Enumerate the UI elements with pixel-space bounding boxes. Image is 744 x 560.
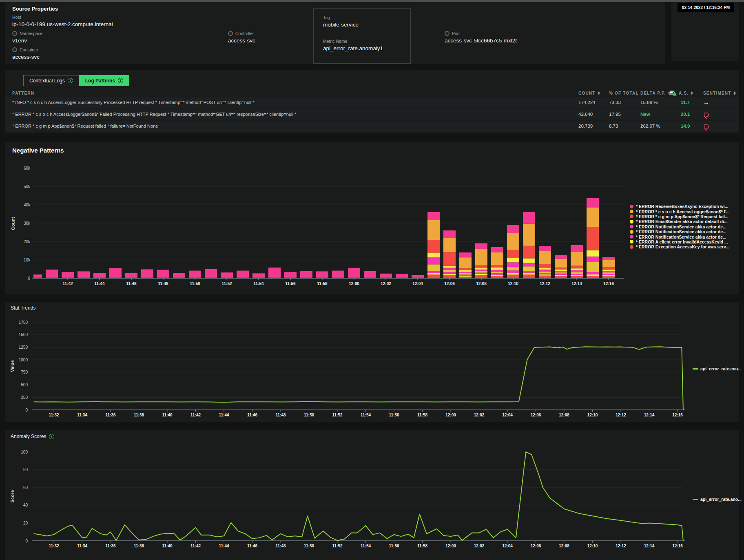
bar-segment (555, 272, 567, 274)
container-field: Container access-svc (12, 47, 40, 60)
bar-stack[interactable] (332, 271, 344, 278)
bar-stack[interactable] (173, 273, 185, 278)
legend-label: * ERROR * c g m p App$anon$* Request fai… (636, 214, 728, 219)
column-sentiment[interactable]: SENTIMENT (703, 89, 736, 97)
host-value: ip-10-0-0-199.us-west-2.compute.internal (12, 21, 113, 27)
x-tick-label: 11:46 (247, 413, 257, 417)
bar-segment (555, 255, 567, 259)
bar-stack[interactable] (46, 270, 58, 278)
bar-stack[interactable] (157, 270, 169, 278)
bar-stack[interactable] (221, 272, 233, 278)
bar-stack[interactable] (587, 198, 599, 278)
sentiment-cell[interactable] (703, 109, 710, 120)
info-icon[interactable] (68, 78, 73, 83)
legend-item[interactable]: * ERROR NotificationService akka actor d… (630, 234, 730, 239)
bar-stack[interactable] (125, 273, 137, 278)
legend-item[interactable]: * ERROR A client error InvalidAccessKeyI… (630, 239, 730, 244)
sort-icon[interactable] (598, 91, 600, 95)
bar-segment (491, 267, 503, 270)
series-line (34, 347, 683, 410)
legend-item[interactable]: * ERROR * c s o c h AccessLogger$anon$* … (630, 209, 730, 214)
bar-segment (443, 230, 456, 238)
legend-item[interactable]: * ERROR ReceiveBoxesAsync Exception wi..… (630, 204, 730, 209)
bar-segment (587, 257, 599, 262)
column-pattern[interactable]: PATTERN (12, 89, 34, 97)
column-pct-of-total[interactable]: % OF TOTAL (609, 89, 639, 97)
anomaly-score-value: 14.9 (681, 121, 690, 131)
bar-stack[interactable] (396, 274, 408, 278)
legend-label: * ERROR NotificationService akka actor d… (636, 224, 726, 229)
bar-stack[interactable] (316, 271, 328, 278)
legend-label: * ERROR A client error InvalidAccessKeyI… (636, 239, 728, 244)
bar-stack[interactable] (459, 252, 472, 278)
bar-stack[interactable] (93, 273, 106, 278)
bar-stack[interactable] (237, 271, 249, 278)
x-tick-label: 11:46 (126, 281, 136, 286)
bar-stack[interactable] (189, 271, 201, 278)
pattern-row[interactable]: * ERROR * c g m p App$anon$* Request fai… (5, 121, 739, 131)
anomaly-scores-legend[interactable]: api_error_rate.ano... (693, 497, 742, 502)
bar-segment (475, 249, 487, 265)
tab-contextual-logs[interactable]: Contextual Logs (23, 75, 79, 86)
bar-stack[interactable] (252, 273, 265, 278)
info-icon[interactable] (118, 78, 123, 83)
pattern-row[interactable]: * ERROR * c s o c h AccessLogger$anon$* … (5, 109, 739, 120)
tab-log-patterns[interactable]: Log Patterns (79, 75, 129, 86)
bar-segment (237, 271, 249, 278)
column-count[interactable]: COUNT (578, 89, 600, 97)
delta-pp-value: ↓15.86 % (640, 97, 658, 108)
bar-stack[interactable] (205, 269, 217, 278)
bar-segment (491, 272, 503, 273)
bar-segment (602, 274, 615, 275)
sort-icon[interactable] (733, 91, 736, 95)
bar-segment (507, 262, 519, 267)
bar-stack[interactable] (300, 271, 312, 278)
bar-stack[interactable] (491, 247, 503, 279)
legend-item[interactable]: * ERROR * c g m p App$anon$* Request fai… (630, 214, 730, 219)
y-axis-label: Value (10, 360, 15, 372)
column-anomaly-score[interactable]: A.S. (670, 89, 693, 97)
bar-segment (571, 252, 583, 266)
sentiment-cell[interactable] (703, 121, 710, 131)
bar-stack[interactable] (141, 269, 153, 278)
legend-item[interactable]: * ERROR Exception AccessKey for aws serv… (630, 244, 730, 249)
bar-stack[interactable] (109, 268, 122, 278)
legend-item[interactable]: * ERROR EmailSender akka actor default d… (630, 219, 730, 224)
stat-trends-legend[interactable]: api_error_rate.cou... (693, 366, 742, 371)
bar-stack[interactable] (412, 275, 424, 278)
bar-stack[interactable] (78, 271, 90, 278)
legend-item[interactable]: * ERROR NotificationService akka actor d… (630, 229, 730, 234)
bar-series[interactable] (30, 198, 615, 278)
bar-stack[interactable] (268, 268, 281, 278)
x-tick-label: 11:38 (134, 413, 144, 417)
bar-segment (523, 224, 535, 246)
bar-stack[interactable] (555, 255, 567, 278)
bar-segment (555, 276, 567, 278)
legend-dot (630, 210, 633, 213)
bar-stack[interactable] (475, 243, 487, 279)
bar-stack[interactable] (443, 230, 456, 278)
series-label: api_error_rate.ano... (700, 497, 742, 502)
pattern-row[interactable]: * INFO * c s o c h AccessLogger Successf… (5, 97, 739, 108)
column-delta-pp[interactable]: DELTA P.P. (640, 89, 671, 97)
sort-icon[interactable] (691, 91, 693, 95)
bar-stack[interactable] (380, 274, 392, 278)
source-properties-title: Source Properties (12, 6, 58, 12)
bar-stack[interactable] (507, 225, 519, 279)
bar-stack[interactable] (571, 245, 583, 278)
bar-stack[interactable] (602, 257, 615, 278)
legend-item[interactable]: * ERROR NotificationService akka actor d… (630, 224, 730, 229)
bar-segment (507, 270, 519, 273)
legend-dot (630, 245, 633, 249)
bar-stack[interactable] (427, 212, 440, 278)
bar-stack[interactable] (539, 246, 551, 278)
bar-stack[interactable] (348, 268, 360, 278)
bar-stack[interactable] (30, 274, 42, 278)
pct-of-total-value: 73.33 (609, 97, 621, 108)
bar-stack[interactable] (62, 272, 74, 278)
bar-stack[interactable] (523, 212, 535, 278)
bar-segment (475, 243, 487, 249)
bar-stack[interactable] (284, 272, 297, 278)
info-icon[interactable] (49, 434, 54, 439)
bar-stack[interactable] (364, 271, 376, 278)
